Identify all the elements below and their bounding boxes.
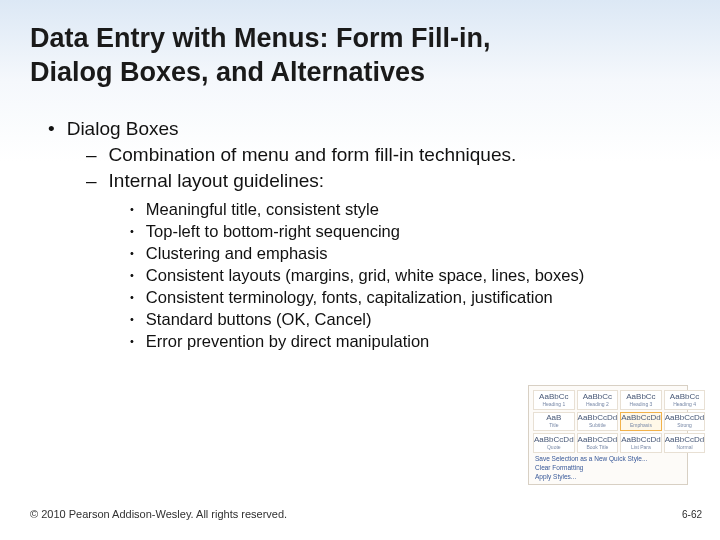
slide-body: Dialog Boxes Combination of menu and for… (0, 100, 720, 351)
title-line-1: Data Entry with Menus: Form Fill-in, (30, 22, 690, 56)
style-swatch: AaBbCcDdEmphasis (620, 412, 662, 432)
bullet-level3: Error prevention by direct manipulation (130, 332, 690, 351)
bullet-text: Clustering and emphasis (146, 244, 328, 262)
bullet-level2: Combination of menu and form fill-in tec… (86, 144, 690, 166)
bullet-text: Error prevention by direct manipulation (146, 332, 429, 350)
style-swatch: AaBTitle (533, 412, 575, 432)
style-swatch: AaBbCcDdNormal (664, 433, 706, 453)
style-menu-link: Clear Formatting (533, 464, 705, 471)
bullet-level3-group: Meaningful title, consistent style Top-l… (130, 200, 690, 351)
bullet-text: Standard buttons (OK, Cancel) (146, 310, 372, 328)
bullet-text: Consistent layouts (margins, grid, white… (146, 266, 584, 284)
bullet-level3: Standard buttons (OK, Cancel) (130, 310, 690, 329)
style-swatch: AaBbCcDdSubtitle (577, 412, 619, 432)
style-swatch: AaBbCcHeading 2 (577, 390, 619, 410)
bullet-level3: Meaningful title, consistent style (130, 200, 690, 219)
bullet-text: Internal layout guidelines: (109, 170, 324, 191)
style-swatch: AaBbCcHeading 4 (664, 390, 706, 410)
bullet-text: Top-left to bottom-right sequencing (146, 222, 400, 240)
page-number: 6-62 (682, 509, 702, 520)
bullet-text: Dialog Boxes (67, 118, 179, 139)
style-swatch: AaBbCcDdBook Title (577, 433, 619, 453)
bullet-level2: Internal layout guidelines: (86, 170, 690, 192)
style-swatch: AaBbCcHeading 3 (620, 390, 662, 410)
bullet-text: Consistent terminology, fonts, capitaliz… (146, 288, 553, 306)
bullet-text: Combination of menu and form fill-in tec… (109, 144, 517, 165)
style-swatch: AaBbCcHeading 1 (533, 390, 575, 410)
bullet-level3: Clustering and emphasis (130, 244, 690, 263)
title-line-2: Dialog Boxes, and Alternatives (30, 56, 690, 90)
styles-gallery-thumbnail: AaBbCcHeading 1AaBbCcHeading 2AaBbCcHead… (528, 385, 688, 485)
bullet-text: Meaningful title, consistent style (146, 200, 379, 218)
bullet-level3: Consistent layouts (margins, grid, white… (130, 266, 690, 285)
style-swatch: AaBbCcDdQuote (533, 433, 575, 453)
slide-title: Data Entry with Menus: Form Fill-in, Dia… (0, 0, 720, 100)
style-swatch: AaBbCcDdStrong (664, 412, 706, 432)
style-menu-link: Apply Styles... (533, 473, 705, 480)
copyright-footer: © 2010 Pearson Addison-Wesley. All right… (30, 508, 287, 520)
bullet-level3: Consistent terminology, fonts, capitaliz… (130, 288, 690, 307)
style-menu-link: Save Selection as a New Quick Style... (533, 455, 705, 462)
bullet-level3: Top-left to bottom-right sequencing (130, 222, 690, 241)
bullet-level1: Dialog Boxes (48, 118, 690, 140)
style-swatch: AaBbCcDdList Para (620, 433, 662, 453)
